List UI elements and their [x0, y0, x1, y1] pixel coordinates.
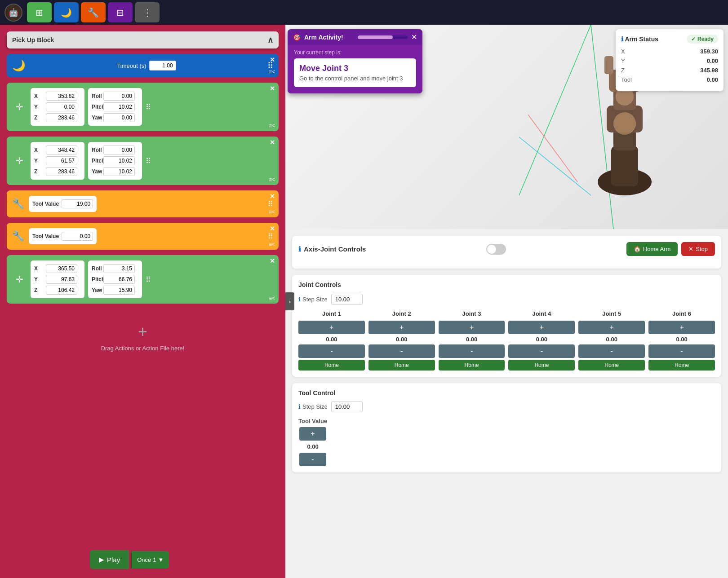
axis-controls-section: ℹ Axis-Joint Controls 🏠 Home Arm ✕ Stop — [292, 236, 721, 269]
tool-options-2[interactable]: ⠿ — [268, 232, 273, 241]
settings-button[interactable]: 🔧 — [81, 2, 106, 22]
once-button[interactable]: Once 1 ▼ — [131, 551, 169, 569]
stop-button[interactable]: ✕ Stop — [681, 242, 715, 256]
joint-step-size-input[interactable] — [331, 294, 363, 305]
coord-y-input-3[interactable] — [46, 275, 77, 284]
tool-block-1-close[interactable]: ✕ — [270, 193, 275, 200]
arm-activity-step-desc: Go to the control panel and move joint 3 — [299, 75, 411, 82]
joint-2-minus[interactable]: - — [368, 344, 435, 358]
tool-expand-1[interactable]: ≡< — [269, 209, 275, 215]
pitch-input-2[interactable] — [103, 156, 135, 165]
roll-input-3[interactable] — [103, 264, 135, 273]
yaw-input-3[interactable] — [103, 286, 135, 295]
move-expand-1[interactable]: ≡< — [269, 123, 275, 129]
coord-x-input-2[interactable] — [46, 146, 77, 154]
tool-input-2[interactable] — [62, 232, 93, 241]
night-button[interactable]: 🌙 — [54, 2, 79, 22]
joint-3-value: 0.00 — [466, 336, 477, 343]
arm-activity-progress-fill — [358, 35, 393, 39]
coord-z-input-3[interactable] — [46, 286, 77, 295]
joint-6-home[interactable]: Home — [648, 360, 715, 371]
toggle-knob — [487, 245, 496, 254]
joint-2-plus[interactable]: + — [368, 321, 435, 334]
coord-z-label-1: Z — [34, 115, 43, 121]
roll-input-2[interactable] — [103, 146, 135, 154]
arm-activity-close-button[interactable]: ✕ — [411, 33, 417, 41]
joint-1-minus[interactable]: - — [298, 344, 365, 358]
joint-6-minus[interactable]: - — [648, 344, 715, 358]
panel-collapse-arrow[interactable]: › — [285, 292, 294, 310]
move-block-3-close[interactable]: ✕ — [270, 257, 275, 265]
once-value: 1 — [153, 556, 156, 563]
joint-3-plus[interactable]: + — [439, 321, 505, 334]
tool-input-group-2: Tool Value — [29, 228, 97, 244]
joint-3-minus[interactable]: - — [439, 344, 505, 358]
coord-group-3: X Y Z — [31, 260, 84, 298]
tool-step-size-input[interactable] — [331, 401, 363, 412]
move-options-3[interactable]: ⠿ — [146, 275, 151, 284]
avatar[interactable]: 🤖 — [4, 4, 22, 22]
more-button[interactable]: ⋮ — [135, 2, 160, 22]
play-button[interactable]: ▶ Play — [90, 550, 129, 569]
coord-x-input-3[interactable] — [46, 264, 77, 273]
tool-block-1: ✕ 🔧 Tool Value ⠿ ≡< — [7, 190, 279, 217]
grid-button[interactable]: ⊞ — [27, 2, 52, 22]
arm-status-panel: ℹ Arm Status ✓ Ready X 359.30 Y 0.00 Z 3… — [616, 29, 724, 91]
roll-input-1[interactable] — [103, 92, 135, 101]
sleep-block-close[interactable]: ✕ — [270, 56, 275, 63]
joint-4-plus[interactable]: + — [508, 321, 575, 334]
joint-3-home[interactable]: Home — [439, 360, 505, 371]
arm-status-z-row: Z 345.98 — [621, 67, 718, 74]
pitch-input-1[interactable] — [103, 102, 135, 111]
rotation-group-1: Roll Pitch Yaw — [88, 88, 142, 126]
coord-x-label-2: X — [34, 147, 43, 153]
move-expand-2[interactable]: ≡< — [269, 176, 275, 183]
joint-1-home[interactable]: Home — [298, 360, 365, 371]
action-card-collapse-icon[interactable]: ∧ — [267, 35, 273, 45]
tool-input-1[interactable] — [62, 199, 93, 208]
move-options-1[interactable]: ⠿ — [146, 103, 151, 111]
joint-5-plus[interactable]: + — [578, 321, 645, 334]
move-block-1: ✕ ✛ X Y Z Roll — [7, 83, 279, 131]
home-arm-button[interactable]: 🏠 Home Arm — [626, 242, 678, 256]
joint-col-3: Joint 3 + 0.00 - Home — [439, 310, 505, 371]
coord-z-row-1: Z — [34, 113, 81, 122]
tool-expand-2[interactable]: ≡< — [269, 241, 275, 247]
move-icon-2: ✛ — [16, 155, 23, 166]
joint-5-home[interactable]: Home — [578, 360, 645, 371]
coord-z-input-1[interactable] — [46, 113, 77, 122]
pitch-input-3[interactable] — [103, 275, 135, 284]
coord-y-input-1[interactable] — [46, 102, 77, 111]
joint-5-minus[interactable]: - — [578, 344, 645, 358]
layout-button[interactable]: ⊟ — [108, 2, 133, 22]
tool-plus-button[interactable]: + — [299, 427, 326, 441]
move-block-2: ✕ ✛ X Y Z Roll — [7, 137, 279, 185]
tool-options-1[interactable]: ⠿ — [268, 200, 273, 208]
coord-y-input-2[interactable] — [46, 156, 77, 165]
tool-minus-button[interactable]: - — [299, 453, 326, 466]
joint-1-plus[interactable]: + — [298, 321, 365, 334]
tool-label-1: Tool Value — [32, 201, 59, 207]
joint-step-size-row: ℹ Step Size — [298, 294, 715, 305]
axis-info-icon: ℹ — [298, 245, 301, 253]
joint-4-home[interactable]: Home — [508, 360, 575, 371]
joint-2-home[interactable]: Home — [368, 360, 435, 371]
yaw-input-1[interactable] — [103, 113, 135, 122]
timeout-input[interactable] — [149, 61, 176, 71]
joint-4-minus[interactable]: - — [508, 344, 575, 358]
once-chevron-icon: ▼ — [158, 556, 164, 563]
yaw-input-2[interactable] — [103, 167, 135, 176]
tool-block-2-close[interactable]: ✕ — [270, 225, 275, 232]
move-options-2[interactable]: ⠿ — [146, 157, 151, 165]
drag-plus-icon: + — [20, 322, 265, 341]
move-expand-3[interactable]: ≡< — [269, 295, 275, 301]
joint-controls-section: Joint Controls ℹ Step Size Joint 1 + 0.0… — [292, 275, 721, 377]
joint-6-plus[interactable]: + — [648, 321, 715, 334]
move-block-1-close[interactable]: ✕ — [270, 85, 275, 92]
axis-joint-toggle[interactable] — [486, 244, 506, 255]
rotation-group-2: Roll Pitch Yaw — [88, 142, 142, 180]
move-block-2-close[interactable]: ✕ — [270, 139, 275, 146]
coord-x-input-1[interactable] — [46, 92, 77, 101]
coord-z-input-2[interactable] — [46, 167, 77, 176]
sleep-expand-icon[interactable]: ≡< — [269, 69, 275, 75]
